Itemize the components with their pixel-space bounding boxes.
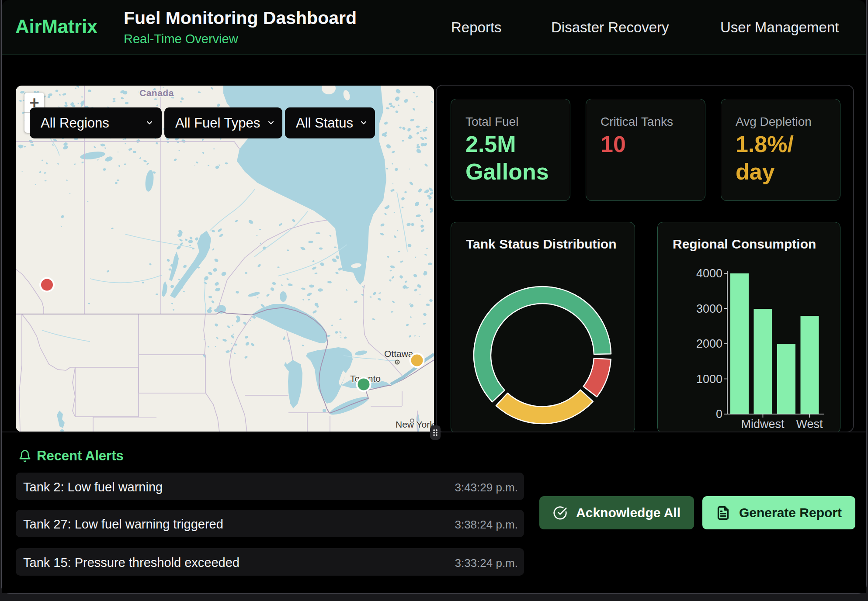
svg-text:2000: 2000	[696, 337, 722, 350]
svg-text:Ottawa: Ottawa	[384, 349, 413, 359]
svg-text:West: West	[796, 418, 823, 431]
svg-text:0: 0	[716, 408, 722, 421]
svg-text:1000: 1000	[696, 373, 722, 386]
svg-text:Canada: Canada	[139, 88, 174, 98]
svg-text:4000: 4000	[696, 267, 722, 280]
svg-text:Midwest: Midwest	[741, 418, 785, 431]
svg-text:New York: New York	[396, 419, 434, 429]
svg-text:3000: 3000	[696, 302, 722, 315]
